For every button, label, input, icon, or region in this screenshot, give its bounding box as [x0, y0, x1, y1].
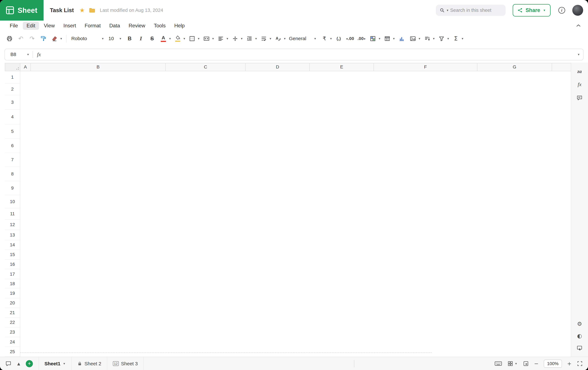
filter-chevron-icon[interactable]: ▾ [447, 37, 450, 40]
sheet-list-icon[interactable]: ▲ [17, 362, 20, 366]
row-header-18[interactable]: 18 [5, 279, 20, 288]
indent-button[interactable] [244, 33, 255, 44]
favorite-star-icon[interactable]: ★ [80, 7, 85, 14]
fullscreen-icon[interactable] [577, 361, 583, 367]
sort-button[interactable] [422, 33, 432, 44]
indent-chevron-icon[interactable]: ▾ [254, 37, 258, 40]
strikethrough-button[interactable]: S [147, 33, 157, 44]
undo-button[interactable]: ↶ [16, 33, 26, 44]
row-header-23[interactable]: 23 [5, 328, 20, 337]
formula-input[interactable] [45, 52, 577, 57]
column-header-E[interactable]: E [310, 63, 374, 71]
redo-button[interactable]: ↷ [27, 33, 37, 44]
font-color-button[interactable]: A [158, 33, 168, 44]
grid-view-icon[interactable]: ▾ [507, 361, 517, 367]
sheet-tab-2[interactable]: Sheet 2 [72, 357, 107, 370]
column-header-H[interactable]: H [552, 63, 571, 71]
clear-format-button[interactable] [50, 33, 60, 44]
row-header-20[interactable]: 20 [5, 298, 20, 308]
row-header-5[interactable]: 5 [5, 124, 20, 139]
row-header-12[interactable]: 12 [5, 220, 20, 230]
column-header-D[interactable]: D [246, 63, 310, 71]
fill-color-chevron-icon[interactable]: ▾ [183, 37, 186, 40]
menu-tools[interactable]: Tools [150, 22, 169, 30]
add-sheet-button[interactable]: + [26, 360, 33, 367]
grid-view-chevron-icon[interactable]: ▾ [514, 362, 517, 365]
column-header-F[interactable]: F [374, 63, 477, 71]
tips-tour-icon[interactable] [576, 345, 583, 351]
keyboard-shortcuts-icon[interactable] [494, 361, 502, 366]
merge-cells-chevron-icon[interactable]: ▾ [211, 37, 215, 40]
zoom-in-button[interactable]: + [567, 361, 571, 367]
app-logo[interactable]: Sheet [0, 0, 43, 21]
filter-button[interactable] [437, 33, 447, 44]
font-family-select[interactable]: Roboto ▾ [70, 33, 106, 44]
row-header-17[interactable]: 17 [5, 269, 20, 279]
column-header-B[interactable]: B [31, 63, 166, 71]
share-button[interactable]: Share ▾ [513, 4, 550, 16]
sheet-view-icon[interactable] [523, 361, 529, 367]
comments-panel-icon[interactable] [576, 94, 583, 101]
horizontal-align-button[interactable] [216, 33, 226, 44]
row-header-13[interactable]: 13 [5, 230, 20, 240]
select-all-corner[interactable] [5, 63, 20, 71]
column-header-A[interactable]: A [20, 63, 31, 71]
menu-view[interactable]: View [40, 22, 58, 30]
insert-image-button[interactable] [408, 33, 418, 44]
folder-icon[interactable] [89, 8, 95, 13]
vertical-align-chevron-icon[interactable]: ▾ [240, 37, 243, 40]
search-input[interactable] [450, 8, 502, 13]
wrap-text-chevron-icon[interactable]: ▾ [269, 37, 272, 40]
functions-button[interactable]: Σ [451, 33, 461, 44]
fill-color-button[interactable] [173, 33, 183, 44]
row-header-2[interactable]: 2 [5, 83, 20, 95]
horizontal-align-chevron-icon[interactable]: ▾ [226, 37, 229, 40]
zoom-out-button[interactable]: − [534, 361, 538, 367]
insert-chart-button[interactable] [397, 33, 407, 44]
zoom-level-select[interactable]: 100% [544, 360, 562, 368]
collapse-toolbar-icon[interactable] [575, 23, 582, 29]
document-title[interactable]: Task List [50, 7, 74, 13]
row-header-16[interactable]: 16 [5, 260, 20, 269]
font-color-chevron-icon[interactable]: ▾ [168, 37, 171, 40]
row-header-10[interactable]: 10 [5, 195, 20, 208]
column-header-C[interactable]: C [166, 63, 246, 71]
table-style-button[interactable] [382, 33, 392, 44]
sort-chevron-icon[interactable]: ▾ [432, 37, 435, 40]
italic-button[interactable]: I [136, 33, 146, 44]
row-header-14[interactable]: 14 [5, 240, 20, 250]
text-rotation-button[interactable]: A [273, 33, 283, 44]
table-style-chevron-icon[interactable]: ▾ [392, 37, 395, 40]
increase-decimal-button[interactable]: .00▸ [356, 33, 367, 44]
row-header-19[interactable]: 19 [5, 288, 20, 298]
insert-image-chevron-icon[interactable]: ▾ [418, 37, 421, 40]
sheet-tab-3[interactable]: 12 Sheet 3 [107, 357, 144, 370]
menu-file[interactable]: File [6, 22, 22, 30]
merge-cells-button[interactable] [201, 33, 211, 44]
format-painter-button[interactable] [38, 33, 48, 44]
column-header-G[interactable]: G [477, 63, 552, 71]
name-box[interactable]: B8 ▾ [5, 52, 32, 57]
info-button[interactable]: i [558, 7, 565, 14]
menu-format[interactable]: Format [81, 22, 104, 30]
vertical-align-button[interactable] [230, 33, 240, 44]
text-rotation-chevron-icon[interactable]: ▾ [283, 37, 286, 40]
functions-chevron-icon[interactable]: ▾ [461, 37, 464, 40]
row-header-1[interactable]: 1 [5, 71, 20, 83]
sheet-search-box[interactable]: ▾ [436, 5, 506, 16]
row-header-22[interactable]: 22 [5, 318, 20, 328]
row-header-24[interactable]: 24 [5, 337, 20, 347]
conditional-format-button[interactable] [368, 33, 378, 44]
row-header-3[interactable]: 3 [5, 95, 20, 110]
menu-review[interactable]: Review [125, 22, 149, 30]
font-size-select[interactable]: 10 ▾ [107, 33, 123, 44]
settings-gear-icon[interactable]: ⚙ [577, 321, 582, 327]
sheet-tab-1-chevron-icon[interactable]: ▾ [63, 362, 66, 365]
borders-chevron-icon[interactable]: ▾ [197, 37, 200, 40]
number-format-select[interactable]: General ▾ [287, 33, 318, 44]
chat-icon[interactable] [5, 360, 11, 367]
comma-style-button[interactable]: (,) [334, 33, 344, 44]
insert-function-button[interactable]: fx [33, 51, 45, 57]
row-header-21[interactable]: 21 [5, 308, 20, 318]
borders-button[interactable] [187, 33, 197, 44]
